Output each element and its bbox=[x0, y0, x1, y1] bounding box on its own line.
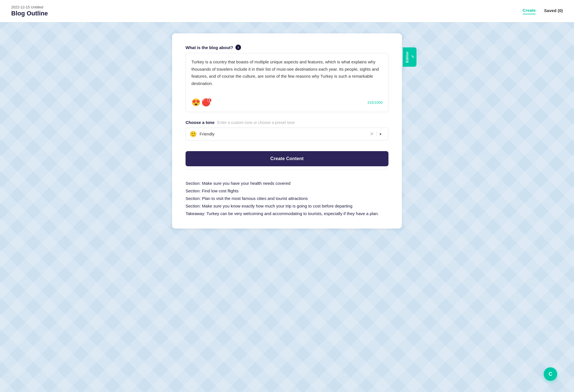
tone-value: Friendly bbox=[200, 132, 364, 136]
info-icon[interactable]: i bbox=[235, 45, 241, 50]
tone-label: Choose a tone bbox=[186, 120, 214, 125]
result-item-4: Section: Make sure you know exactly how … bbox=[186, 202, 388, 210]
editor-sidebar-label: Editor bbox=[405, 51, 409, 63]
emoji-reactions: 😍 🔴 1 bbox=[191, 98, 210, 107]
blog-topic-label: What is the blog about? bbox=[186, 45, 233, 50]
section-divider bbox=[186, 169, 388, 169]
blog-textarea-wrapper: Turkey is a country that boasts of multi… bbox=[186, 53, 388, 112]
chevron-down-icon[interactable]: ▾ bbox=[377, 132, 384, 136]
tone-section: Choose a tone Enter a custom tone or cho… bbox=[186, 120, 388, 140]
header-date: 2022-12-15 Untitled bbox=[11, 5, 48, 9]
results-section: Section: Make sure you have your health … bbox=[186, 178, 388, 217]
textarea-footer: 😍 🔴 1 316/1000 bbox=[191, 98, 383, 107]
nav-create[interactable]: Create bbox=[523, 8, 536, 14]
result-item-1: Section: Make sure you have your health … bbox=[186, 179, 388, 187]
heart-eyes-emoji: 😍 bbox=[191, 98, 200, 107]
result-item-2: Section: Find low cost flights bbox=[186, 187, 388, 195]
tone-select[interactable]: 🙂 Friendly ✕ ▾ bbox=[186, 128, 388, 140]
blog-textarea[interactable]: Turkey is a country that boasts of multi… bbox=[191, 58, 383, 94]
nav-saved[interactable]: Saved (0) bbox=[544, 8, 563, 14]
create-content-button[interactable]: Create Content bbox=[186, 151, 388, 166]
main-wrapper: ✎ Editor What is the blog about? i Turke… bbox=[0, 22, 574, 240]
page-title: Blog Outline bbox=[11, 10, 48, 17]
blog-topic-label-row: What is the blog about? i bbox=[186, 45, 388, 50]
fab-button[interactable]: C bbox=[544, 367, 557, 381]
blog-topic-section: What is the blog about? i Turkey is a co… bbox=[186, 45, 388, 112]
pencil-icon: ✎ bbox=[411, 54, 414, 59]
result-item-3: Section: Plan to visit the most famous c… bbox=[186, 195, 388, 202]
tone-actions: ✕ ▾ bbox=[367, 131, 384, 137]
editor-sidebar-button[interactable]: ✎ Editor bbox=[403, 47, 416, 67]
char-count: 316/1000 bbox=[367, 100, 383, 105]
notification-badge: 🔴 1 bbox=[202, 99, 210, 106]
tone-hint: Enter a custom tone or choose a preset t… bbox=[217, 120, 295, 125]
tone-emoji: 🙂 bbox=[190, 131, 197, 137]
tone-label-row: Choose a tone Enter a custom tone or cho… bbox=[186, 120, 388, 125]
header-nav: Create Saved (0) bbox=[523, 8, 563, 14]
content-card: ✎ Editor What is the blog about? i Turke… bbox=[172, 33, 402, 229]
header: 2022-12-15 Untitled Blog Outline Create … bbox=[0, 0, 574, 22]
header-left: 2022-12-15 Untitled Blog Outline bbox=[11, 5, 48, 17]
tone-clear-button[interactable]: ✕ bbox=[367, 131, 377, 137]
result-item-5: Takeaway: Turkey can be very welcoming a… bbox=[186, 210, 388, 217]
